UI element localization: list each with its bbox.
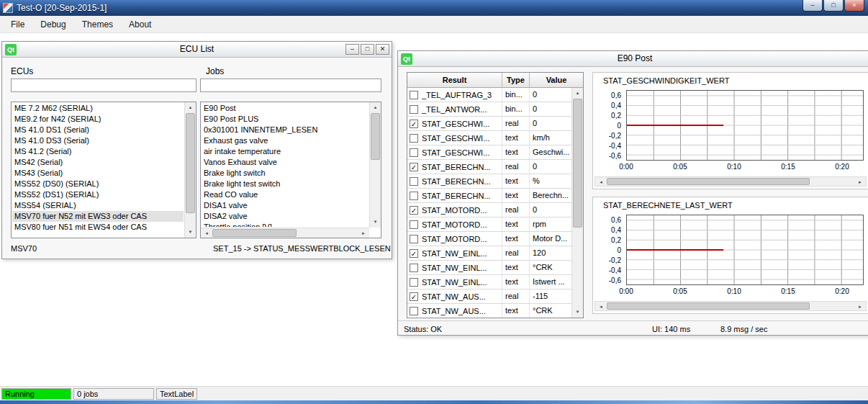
scroll-left-icon[interactable]: ◄ [595,302,607,312]
scroll-up-icon[interactable]: ▲ [370,102,381,113]
menu-item-themes[interactable]: Themes [74,17,121,32]
maximize-button[interactable]: □ [823,0,844,12]
ecu-list-item[interactable]: MS42 (Serial) [12,157,184,168]
scroll-up-icon[interactable]: ▲ [185,102,196,113]
scroll-thumb[interactable] [607,178,810,185]
results-table-vscrollbar[interactable]: ▲ ▼ [571,88,583,318]
result-row[interactable]: ✓STAT_NW_EINL...real120 [407,246,571,261]
result-row[interactable]: STAT_GESCHWI...textkm/h [407,131,571,145]
jobs-list-vscrollbar[interactable]: ▲ ▼ [369,102,381,228]
menu-item-debug[interactable]: Debug [32,17,73,32]
scroll-down-icon[interactable]: ▼ [185,227,196,238]
scroll-thumb[interactable] [607,302,810,310]
scroll-down-icon[interactable]: ▼ [370,217,381,228]
e90-window-titlebar[interactable]: Qt E90 Post [398,51,868,67]
ecu-list-item[interactable]: MSV80 fuer N51 mit EWS4 oder CAS [12,222,184,233]
checkbox-checked[interactable]: ✓ [410,206,418,215]
ecu-window-titlebar[interactable]: Qt ECU List – □ ✕ [2,42,392,58]
header-value[interactable]: Value [530,73,583,87]
checkbox-unchecked[interactable] [410,105,418,114]
menu-item-about[interactable]: About [121,17,159,32]
ecu-close-button[interactable]: ✕ [376,44,389,55]
ecu-minimize-button[interactable]: – [345,44,359,55]
ecu-list-item[interactable]: MSS54 (SERIAL) [12,200,184,211]
scroll-thumb[interactable] [186,113,195,213]
ecu-list-item[interactable]: MSV70 fuer N52 mit EWS3 oder CAS [12,211,184,222]
checkbox-unchecked[interactable] [410,264,418,272]
header-result[interactable]: Result [407,73,502,87]
job-list-item[interactable]: DISA1 valve [202,200,369,211]
ecu-maximize-button[interactable]: □ [361,44,374,55]
checkbox-unchecked[interactable] [410,148,418,157]
titlebar[interactable]: Test-O [20-Sep-2015-1] – □ × [0,0,868,16]
result-row[interactable]: ✓STAT_GESCHWI...real0 [407,117,571,131]
checkbox-unchecked[interactable] [410,307,418,315]
scroll-right-icon[interactable]: ► [854,177,866,187]
job-list-item[interactable]: DISA2 valve [202,211,369,222]
scroll-left-icon[interactable]: ◄ [201,228,212,238]
job-list-item[interactable]: Exhaust gas valve [202,135,369,146]
menu-item-file[interactable]: File [3,17,32,32]
ecu-list-item[interactable]: MS 41.2 (Serial) [12,146,184,157]
result-row[interactable]: STAT_MOTORD...textMotor D... [407,232,571,246]
ecu-list-item[interactable]: ME9.2 for N42 (SERIAL) [12,114,184,125]
header-type[interactable]: Type [502,73,530,87]
job-list-item[interactable]: Brake light switch [202,168,369,179]
result-row[interactable]: STAT_BERECHN...text% [407,174,571,189]
scroll-track[interactable] [370,113,381,217]
ecu-list-item[interactable]: MSS52 (DS0) (SERIAL) [12,179,184,189]
scroll-thumb[interactable] [212,229,297,237]
ecu-list-item[interactable]: MSS52 (DS1) (SERIAL) [12,189,184,200]
chart-hscrollbar[interactable]: ◄ ► [595,176,867,187]
scroll-up-icon[interactable]: ▲ [572,88,583,99]
ecu-filter-input[interactable] [11,78,196,92]
jobs-list-hscrollbar[interactable]: ◄ ► [201,228,369,238]
scroll-track[interactable] [607,302,854,310]
taskbar-strip[interactable] [0,400,868,404]
job-list-item[interactable]: Brake light test switch [202,179,369,189]
job-list-item[interactable]: 0x301001 INNENTEMP_LESEN [202,125,369,135]
checkbox-unchecked[interactable] [410,91,418,99]
checkbox-checked[interactable]: ✓ [410,292,418,301]
scroll-track[interactable] [607,177,854,186]
job-list-item[interactable]: Read CO value [202,189,369,200]
scroll-thumb[interactable] [371,113,380,160]
job-list-item[interactable]: Throttle position [V] [202,222,369,227]
result-row[interactable]: _TEL_AUFTRAG_3bin...0 [407,88,571,102]
scroll-track[interactable] [185,113,196,227]
checkbox-unchecked[interactable] [410,192,418,200]
scroll-right-icon[interactable]: ► [358,228,369,238]
scroll-thumb[interactable] [573,99,582,228]
minimize-button[interactable]: – [803,0,823,12]
result-row[interactable]: ✓STAT_MOTORD...real0 [407,203,571,217]
result-row[interactable]: STAT_NW_EINL...text°CRK [407,261,571,275]
checkbox-unchecked[interactable] [410,134,418,143]
job-filter-input[interactable] [200,78,381,92]
ecu-list-vscrollbar[interactable]: ▲ ▼ [184,102,196,238]
ecu-list-item[interactable]: ME 7.2 M62 (SERIAL) [12,103,184,114]
job-list-item[interactable]: E90 Post PLUS [202,114,369,125]
result-row[interactable]: ✓STAT_NW_AUS...real-115 [407,289,571,304]
scroll-down-icon[interactable]: ▼ [572,307,583,318]
result-row[interactable]: STAT_NW_EINL...textIstwert ... [407,275,571,289]
checkbox-checked[interactable]: ✓ [410,163,418,171]
result-row[interactable]: _TEL_ANTWOR...bin...0 [407,102,571,117]
checkbox-unchecked[interactable] [410,220,418,229]
scroll-track[interactable] [572,99,583,307]
checkbox-unchecked[interactable] [410,177,418,186]
scroll-left-icon[interactable]: ◄ [595,177,607,187]
result-row[interactable]: STAT_GESCHWI...textGeschwi... [407,145,571,160]
job-list-item[interactable]: Vanos Exhaust valve [202,157,369,168]
result-row[interactable]: STAT_BERECHN...textBerechn... [407,189,571,203]
ecu-list-item[interactable]: MS43 (Serial) [12,168,184,179]
scroll-track[interactable] [212,228,358,238]
result-row[interactable]: ✓STAT_BERECHN...real0 [407,160,571,174]
checkbox-checked[interactable]: ✓ [410,249,418,258]
ecu-list-item[interactable]: MS 41.0 DS1 (Serial) [12,125,184,135]
result-row[interactable]: STAT_MOTORD...textrpm [407,217,571,232]
checkbox-unchecked[interactable] [410,278,418,287]
result-row[interactable]: STAT_NW_AUS...text°CRK [407,304,571,318]
checkbox-checked[interactable]: ✓ [410,120,418,128]
job-list-item[interactable]: air intake temperature [202,146,369,157]
checkbox-unchecked[interactable] [410,235,418,243]
